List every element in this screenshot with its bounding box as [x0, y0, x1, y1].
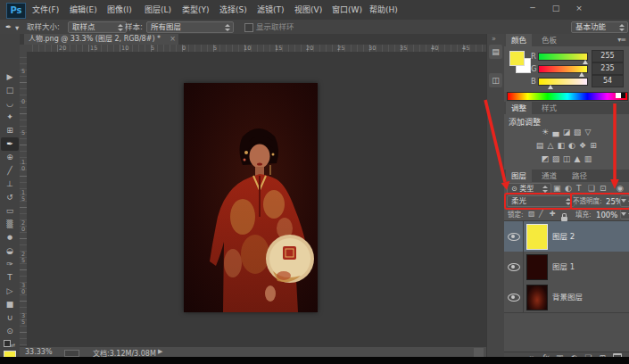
close-button[interactable]: × [569, 3, 589, 14]
history-panel-icon[interactable]: ▤ [489, 45, 502, 59]
minimize-button[interactable]: ─ [523, 3, 542, 14]
channel-g-slider[interactable] [538, 65, 588, 73]
eyedropper-tool[interactable]: ✒ [1, 137, 19, 151]
background-layer-row[interactable]: 背景图层 [504, 282, 629, 313]
fill-value[interactable]: 100% [596, 210, 617, 220]
path-selection-tool[interactable]: ▷ [1, 285, 19, 298]
canvas-area[interactable] [27, 52, 486, 346]
adjustment-black-white-icon[interactable]: ◧ [556, 140, 567, 152]
adjustment-levels-icon[interactable]: ▄ [550, 127, 561, 138]
status-arrow-icon[interactable]: ▶ [158, 348, 162, 355]
type-tool[interactable]: T [1, 271, 19, 285]
rectangle-tool[interactable]: ■ [1, 298, 19, 311]
filter-smart-object-icon[interactable]: ⊡ [600, 183, 607, 194]
quick-selection-tool[interactable]: ✦ [1, 111, 19, 124]
status-widget[interactable] [64, 350, 79, 357]
layer-filter-dropdown[interactable]: ⊙ 类型 [507, 183, 551, 194]
adjustment-curves-icon[interactable]: ◪ [561, 127, 572, 138]
show-ring-checkbox[interactable] [244, 23, 253, 32]
document-tab[interactable]: 人物.png @ 33.3% (图层 2, RGB/8#) * × [24, 34, 178, 45]
menu-view[interactable]: 视图(V) [291, 0, 326, 20]
adjustment-channel-mixer-icon[interactable]: ❖ [577, 140, 588, 152]
layer-thumbnail[interactable] [526, 285, 548, 310]
adjustment-threshold-icon[interactable]: ◫ [561, 153, 572, 165]
tab-swatches[interactable]: 色板 [536, 34, 562, 46]
tool-preset-caret-icon[interactable]: ▾ [15, 22, 19, 33]
filter-adjustment-layers-icon[interactable]: ◐ [565, 183, 572, 194]
spectrum-black-swatch[interactable] [621, 93, 625, 98]
adjustment-posterize-icon[interactable]: ▨ [550, 153, 561, 165]
history-brush-tool[interactable]: ↺ [1, 191, 19, 204]
move-tool[interactable]: ▶ [1, 70, 19, 84]
layer-thumbnail[interactable] [526, 254, 548, 280]
lock-pixels-icon[interactable]: ╱ [539, 209, 543, 219]
hand-tool[interactable]: ∪ [1, 311, 19, 325]
gradient-tool[interactable]: ▒ [1, 218, 19, 231]
slider-handle[interactable] [579, 72, 584, 77]
menu-layer[interactable]: 图层(L) [141, 0, 175, 20]
menu-file[interactable]: 文件(F) [29, 0, 62, 20]
menu-filter[interactable]: 滤镜(T) [253, 0, 288, 20]
maximize-button[interactable]: □ [546, 3, 566, 14]
adjustment-selective-color-icon[interactable]: ▥ [583, 153, 593, 165]
layer-row-2[interactable]: 图层 2 [504, 221, 629, 252]
eyedropper-tool-icon[interactable]: ✒ [5, 21, 12, 32]
marquee-tool[interactable]: □ [1, 84, 19, 97]
visibility-cell[interactable] [504, 252, 524, 282]
menu-type[interactable]: 类型(Y) [178, 0, 213, 20]
adjustment-brightness-contrast-icon[interactable]: ☀ [540, 127, 550, 138]
clone-stamp-tool[interactable]: ⊥ [1, 178, 19, 191]
pen-tool[interactable]: ✑ [1, 258, 19, 271]
menu-window[interactable]: 窗口(W) [328, 0, 366, 20]
channel-b-value[interactable]: 54 [592, 75, 624, 87]
default-colors-icon[interactable] [4, 340, 11, 347]
channel-b-slider[interactable] [538, 78, 588, 86]
tab-channels[interactable]: 通道 [536, 170, 562, 182]
sample-dropdown[interactable]: 所有图层 [146, 21, 234, 33]
foreground-color-swatch[interactable] [509, 51, 525, 66]
menu-image[interactable]: 图像(I) [103, 0, 136, 20]
tab-layers[interactable]: 图层 [506, 170, 532, 182]
slider-handle[interactable] [548, 85, 553, 89]
adjustment-photo-filter-icon[interactable]: ◐ [567, 140, 577, 152]
swap-colors-icon[interactable]: ⇄ [11, 342, 15, 348]
layer-name[interactable]: 图层 2 [552, 221, 575, 252]
tab-adjustments[interactable]: 调整 [506, 102, 532, 114]
layer-thumbnail[interactable] [526, 224, 548, 250]
adjustment-invert-icon[interactable]: ◩ [540, 153, 550, 165]
opacity-caret-icon[interactable] [620, 195, 629, 207]
zoom-level[interactable]: 33.33% [25, 348, 53, 356]
channel-g-value[interactable]: 235 [592, 62, 624, 75]
layer-name[interactable]: 图层 1 [552, 252, 575, 282]
layer-name[interactable]: 背景图层 [552, 282, 583, 312]
blend-mode-dropdown[interactable]: 柔光 [507, 195, 575, 207]
lasso-tool[interactable]: ◡ [1, 97, 19, 111]
filter-pixel-layers-icon[interactable]: ▣ [553, 183, 561, 194]
visibility-cell[interactable] [504, 221, 524, 252]
tab-paths[interactable]: 路径 [567, 170, 592, 182]
filter-shape-layers-icon[interactable]: ❏ [588, 183, 595, 194]
sample-size-dropdown[interactable]: 取样点 [68, 21, 127, 33]
tab-color[interactable]: 颜色 [506, 34, 532, 46]
panel-menu-icon[interactable]: ▾≡ [617, 36, 625, 44]
eye-icon[interactable] [508, 263, 520, 271]
eraser-tool[interactable]: ▭ [1, 204, 19, 218]
eye-icon[interactable] [508, 233, 520, 241]
properties-panel-icon[interactable]: ◫ [489, 73, 502, 87]
tab-close-icon[interactable]: × [170, 34, 176, 45]
lock-position-icon[interactable]: ✚ [550, 209, 556, 219]
filter-toggle-icon[interactable]: ◉ [617, 183, 624, 194]
zoom-tool[interactable]: ⊙ [1, 325, 19, 338]
lock-transparency-icon[interactable]: ▨ [528, 209, 535, 219]
menu-select[interactable]: 选择(S) [216, 0, 251, 20]
channel-r-slider[interactable] [538, 53, 588, 61]
adjustment-vibrance-icon[interactable]: ▽ [583, 127, 593, 138]
eye-icon[interactable] [508, 294, 520, 302]
menu-edit[interactable]: 编辑(E) [66, 0, 101, 20]
portrait-photo[interactable] [184, 83, 318, 312]
adjustment-gradient-map-icon[interactable]: ▲ [572, 153, 583, 165]
color-spectrum-bar[interactable] [507, 92, 628, 101]
adjustment-color-lookup-icon[interactable]: ⊞ [588, 140, 599, 152]
blur-tool[interactable]: ● [1, 231, 19, 244]
filter-type-layers-icon[interactable]: T [576, 183, 582, 194]
